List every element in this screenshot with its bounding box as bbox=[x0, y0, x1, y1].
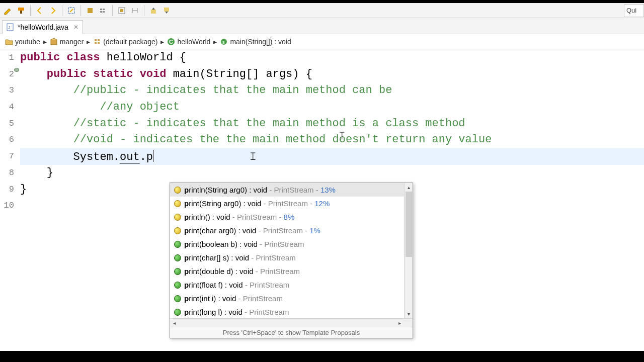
completion-item[interactable]: println() : void - PrintStream - 8% bbox=[170, 210, 413, 224]
svg-rect-3 bbox=[88, 8, 93, 13]
editor-tab-helloworld[interactable]: J *helloWorld.java ✕ bbox=[2, 20, 83, 34]
line-number: 9 bbox=[0, 182, 18, 198]
completion-item[interactable]: print(char[] s) : void - PrintStream bbox=[170, 251, 413, 264]
completion-label: print(int i) : void - PrintStream bbox=[184, 294, 283, 303]
breadcrumb-label: helloWorld bbox=[177, 38, 210, 46]
editor-tab-title: *helloWorld.java bbox=[18, 23, 68, 31]
scroll-up-icon[interactable]: ▴ bbox=[405, 183, 413, 192]
line-number: 10 bbox=[0, 198, 18, 214]
svg-rect-14 bbox=[51, 40, 57, 45]
scroll-down-icon[interactable]: ▾ bbox=[405, 310, 413, 318]
code-line[interactable]: System.out.p𝙸 bbox=[20, 148, 644, 165]
scroll-left-icon[interactable]: ◂ bbox=[170, 319, 179, 327]
code-line[interactable]: //static - indicates that the main metho… bbox=[20, 116, 644, 132]
content-assist-list[interactable]: println(String arg0) : void - PrintStrea… bbox=[170, 183, 413, 318]
code-line[interactable]: public static void main(String[] args) { bbox=[20, 66, 644, 83]
annotation-next-icon[interactable] bbox=[162, 6, 172, 16]
scroll-right-icon[interactable]: ▸ bbox=[395, 319, 404, 327]
mouse-ibeam-icon: 𝙸 bbox=[338, 128, 346, 144]
method-public-icon bbox=[174, 295, 181, 302]
completion-item[interactable]: print(int i) : void - PrintStream bbox=[170, 292, 413, 305]
block-select-icon[interactable] bbox=[117, 6, 127, 16]
brush-icon[interactable] bbox=[16, 6, 26, 16]
project-icon bbox=[5, 38, 13, 46]
completion-label: print(double d) : void - PrintStream bbox=[184, 267, 300, 276]
show-whitespace-icon[interactable] bbox=[130, 6, 140, 16]
completion-item[interactable]: print(boolean b) : void - PrintStream bbox=[170, 237, 413, 251]
completion-item[interactable]: print(String arg0) : void - PrintStream … bbox=[170, 197, 413, 210]
completion-item[interactable]: println(String arg0) : void - PrintStrea… bbox=[170, 183, 413, 197]
package-icon bbox=[50, 38, 58, 46]
line-number: 4 bbox=[0, 99, 18, 116]
completion-item[interactable]: print(float f) : void - PrintStream bbox=[170, 278, 413, 292]
svg-rect-5 bbox=[103, 9, 105, 10]
method-relevance-icon bbox=[174, 227, 181, 234]
quick-access-field[interactable]: Qui bbox=[624, 4, 644, 17]
method-relevance-icon bbox=[174, 214, 181, 221]
line-number: 3 bbox=[0, 82, 18, 99]
breadcrumb-item[interactable]: smain(String[]) : void bbox=[218, 38, 293, 46]
scroll-thumb[interactable] bbox=[406, 192, 412, 257]
svg-text:J: J bbox=[8, 25, 11, 30]
line-number: 1 bbox=[0, 50, 18, 66]
chevron-right-icon: ▸ bbox=[213, 38, 217, 46]
method-public-icon bbox=[174, 254, 181, 261]
code-line[interactable]: //void - indicates the the main method d… bbox=[20, 132, 644, 148]
completion-label: print(String arg0) : void - PrintStream … bbox=[184, 199, 330, 208]
line-number: 7 bbox=[0, 148, 18, 165]
breadcrumb-item[interactable]: ChelloWorld bbox=[165, 38, 212, 46]
code-line[interactable]: } bbox=[20, 165, 644, 182]
line-number: 5 bbox=[0, 116, 18, 132]
svg-rect-16 bbox=[98, 39, 100, 41]
popup-horizontal-scrollbar[interactable]: ◂ ▸ bbox=[170, 318, 413, 327]
annotation-prev-icon[interactable] bbox=[148, 6, 158, 16]
completion-label: println(String arg0) : void - PrintStrea… bbox=[184, 186, 336, 194]
completion-item[interactable]: print(double d) : void - PrintStream bbox=[170, 264, 413, 278]
svg-rect-9 bbox=[120, 9, 123, 12]
method-icon: s bbox=[220, 38, 228, 46]
content-assist-hint: Press 'Ctrl+Space' to show Template Prop… bbox=[170, 327, 413, 338]
completion-label: println() : void - PrintStream - 8% bbox=[184, 213, 294, 221]
pkg-default-icon bbox=[93, 38, 101, 46]
svg-rect-10 bbox=[151, 10, 156, 14]
breadcrumb-label: (default package) bbox=[103, 38, 157, 46]
chevron-right-icon: ▸ bbox=[87, 38, 90, 46]
toggle-breadcrumb-icon[interactable] bbox=[98, 6, 108, 16]
completion-label: print(char arg0) : void - PrintStream - … bbox=[184, 226, 320, 235]
edit-icon[interactable] bbox=[3, 6, 13, 16]
method-public-icon bbox=[174, 268, 181, 275]
code-line[interactable]: //public - indicates that the main metho… bbox=[20, 82, 644, 99]
toolbar-separator bbox=[112, 5, 113, 16]
breadcrumb-item[interactable]: manger bbox=[48, 38, 86, 46]
editor-tabbar: J *helloWorld.java ✕ bbox=[0, 18, 644, 34]
select-icon[interactable] bbox=[66, 6, 76, 16]
popup-vertical-scrollbar[interactable]: ▴ ▾ bbox=[404, 183, 413, 318]
close-icon[interactable]: ✕ bbox=[73, 24, 78, 31]
line-number: 6 bbox=[0, 132, 18, 148]
completion-label: print(float f) : void - PrintStream bbox=[184, 281, 289, 289]
code-line[interactable]: public class helloWorld { bbox=[20, 50, 644, 66]
breadcrumb-label: main(String[]) : void bbox=[230, 38, 291, 46]
chevron-right-icon: ▸ bbox=[160, 38, 164, 46]
chevron-right-icon: ▸ bbox=[43, 38, 47, 46]
method-public-icon bbox=[174, 241, 181, 248]
nav-fwd-icon[interactable] bbox=[48, 6, 58, 16]
svg-text:s: s bbox=[222, 40, 225, 45]
svg-rect-0 bbox=[18, 8, 24, 11]
breadcrumb-label: manger bbox=[60, 38, 84, 46]
completion-item[interactable]: print(long l) : void - PrintStream bbox=[170, 305, 413, 318]
breadcrumb-item[interactable]: youtube bbox=[3, 38, 42, 46]
svg-rect-18 bbox=[98, 42, 100, 44]
svg-rect-6 bbox=[100, 11, 102, 13]
toggle-mark-icon[interactable] bbox=[85, 6, 95, 16]
svg-rect-1 bbox=[20, 11, 22, 14]
method-public-icon bbox=[174, 309, 181, 316]
nav-back-icon[interactable] bbox=[35, 6, 45, 16]
code-line[interactable]: //any object bbox=[20, 99, 644, 116]
svg-rect-15 bbox=[95, 39, 97, 41]
toolbar-separator bbox=[144, 5, 144, 16]
breadcrumb: youtube▸manger▸(default package)▸ChelloW… bbox=[0, 34, 644, 49]
completion-item[interactable]: print(char arg0) : void - PrintStream - … bbox=[170, 224, 413, 237]
breadcrumb-item[interactable]: (default package) bbox=[91, 38, 159, 46]
mouse-ibeam-icon: 𝙸 bbox=[249, 148, 257, 165]
